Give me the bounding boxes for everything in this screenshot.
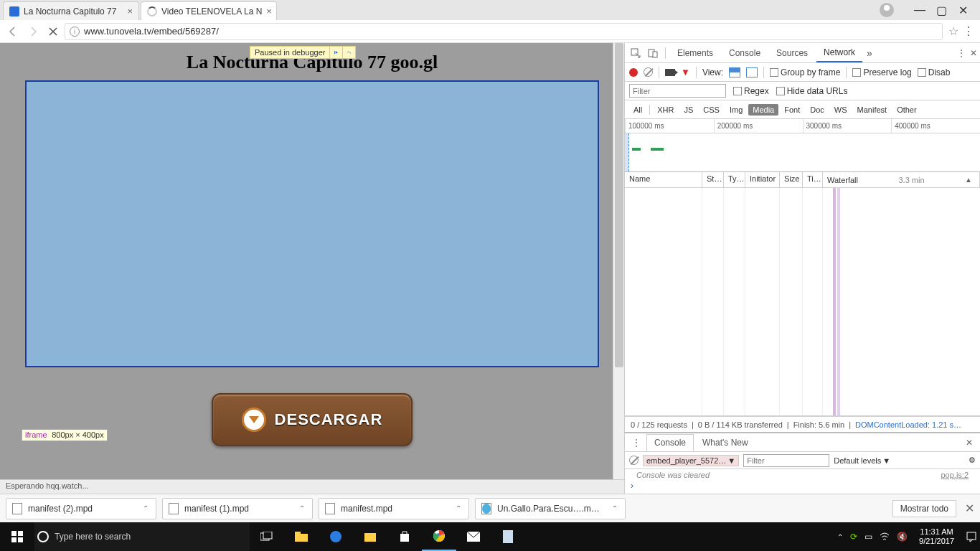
message-source-link[interactable]: pop.js:2 [941, 471, 969, 479]
close-window-button[interactable]: ✕ [958, 6, 967, 14]
tray-volume-icon[interactable]: 🔇 [897, 532, 908, 542]
col-status[interactable]: St… [702, 172, 724, 187]
chevron-up-icon[interactable]: ⌃ [299, 504, 305, 512]
col-name[interactable]: Name [625, 172, 702, 187]
page-scrollbar[interactable] [613, 43, 624, 494]
tray-chevron-icon[interactable]: ⌃ [837, 533, 843, 541]
drawer-tab-console[interactable]: Console [646, 434, 694, 451]
tab-elements[interactable]: Elements [670, 43, 720, 62]
drawer-close-icon[interactable]: ✕ [961, 438, 977, 448]
col-time[interactable]: Ti… [803, 172, 823, 187]
user-avatar[interactable] [880, 3, 894, 17]
clear-button[interactable] [644, 67, 653, 77]
regex-checkbox[interactable]: Regex [733, 86, 769, 96]
filter-manifest[interactable]: Manifest [853, 104, 892, 116]
overview-icon[interactable] [746, 67, 758, 77]
download-button[interactable]: DESCARGAR [212, 393, 413, 446]
devtools-close-icon[interactable]: ✕ [970, 48, 977, 58]
chrome-menu-button[interactable]: ⋮ [961, 24, 976, 38]
timeline-overview[interactable] [625, 133, 980, 172]
chevron-up-icon[interactable]: ⌃ [456, 504, 461, 512]
close-downloads-bar-icon[interactable]: ✕ [965, 501, 974, 515]
close-tab-icon[interactable]: × [127, 6, 133, 17]
taskbar-clock[interactable]: 11:31 AM 9/21/2017 [915, 527, 958, 546]
col-type[interactable]: Ty… [724, 172, 745, 187]
disable-cache-checkbox[interactable]: Disab [918, 67, 951, 77]
browser-tab[interactable]: Video TELENOVELA La N × [141, 1, 277, 20]
video-iframe[interactable] [25, 80, 599, 367]
minimize-button[interactable]: — [915, 6, 924, 14]
resume-button[interactable] [329, 46, 342, 59]
task-view-button[interactable] [250, 522, 284, 551]
maximize-button[interactable]: ▢ [937, 6, 946, 14]
drawer-menu-icon[interactable]: ⋮ [628, 438, 645, 448]
large-rows-icon[interactable] [729, 67, 740, 77]
notifications-icon[interactable] [966, 531, 977, 542]
taskbar-search[interactable]: Type here to search [34, 522, 250, 551]
filter-img[interactable]: Img [725, 104, 747, 116]
more-tabs-icon[interactable]: » [867, 47, 872, 59]
screenshot-icon[interactable] [665, 69, 675, 76]
col-initiator[interactable]: Initiator [745, 172, 780, 187]
filter-doc[interactable]: Doc [806, 104, 829, 116]
tab-sources[interactable]: Sources [769, 43, 815, 62]
filter-font[interactable]: Font [780, 104, 804, 116]
tray-sync-icon[interactable]: ⟳ [850, 532, 857, 542]
clear-console-icon[interactable] [629, 456, 639, 465]
filter-css[interactable]: CSS [699, 104, 724, 116]
filter-icon[interactable]: ▼ [681, 67, 690, 77]
chevron-up-icon[interactable]: ⌃ [143, 504, 149, 512]
show-all-downloads-button[interactable]: Mostrar todo [892, 500, 956, 517]
filter-js[interactable]: JS [679, 104, 697, 116]
download-item[interactable]: manifest (2).mpd⌃ [6, 498, 156, 519]
console-prompt[interactable]: › [625, 481, 980, 494]
filter-media[interactable]: Media [748, 104, 778, 116]
tab-console[interactable]: Console [722, 43, 768, 62]
filter-other[interactable]: Other [892, 104, 921, 116]
preserve-log-checkbox[interactable]: Preserve log [852, 67, 911, 77]
col-size[interactable]: Size [780, 172, 803, 187]
hide-data-urls-checkbox[interactable]: Hide data URLs [776, 86, 848, 96]
col-waterfall[interactable]: Waterfall 3.3 min ▲ [823, 172, 980, 187]
taskbar-app-notepad[interactable] [491, 522, 525, 551]
bookmark-star-icon[interactable]: ☆ [948, 24, 958, 38]
download-item[interactable]: manifest (1).mpd⌃ [162, 498, 313, 519]
tray-wifi-icon[interactable] [880, 532, 890, 541]
inspect-element-icon[interactable] [628, 45, 644, 61]
taskbar-app-chrome[interactable] [422, 522, 456, 551]
log-levels-selector[interactable]: Default levels ▼ [834, 456, 890, 465]
tray-battery-icon[interactable]: ▭ [864, 532, 872, 542]
devtools-menu-icon[interactable]: ⋮ [957, 48, 966, 58]
browser-tab[interactable]: La Nocturna Capitulo 77 × [3, 1, 139, 20]
timeline-ruler[interactable]: 100000 ms 200000 ms 300000 ms 400000 ms [625, 119, 980, 133]
record-button[interactable] [629, 68, 638, 77]
drawer-tab-whatsnew[interactable]: What's New [695, 435, 755, 451]
taskbar-app-files[interactable] [353, 522, 387, 551]
back-button[interactable] [4, 23, 22, 40]
start-button[interactable] [0, 522, 34, 551]
filter-input[interactable] [629, 84, 726, 98]
network-request-list[interactable] [625, 188, 980, 416]
taskbar-app-store[interactable] [387, 522, 422, 551]
device-toolbar-icon[interactable] [645, 45, 661, 61]
url-input[interactable]: i www.tunovela.tv/embed/569287/ [65, 23, 943, 40]
step-over-button[interactable] [342, 46, 355, 59]
filter-all[interactable]: All [629, 104, 646, 116]
site-info-icon[interactable]: i [70, 27, 80, 37]
chevron-up-icon[interactable]: ⌃ [612, 504, 618, 512]
filter-xhr[interactable]: XHR [653, 104, 678, 116]
forward-button[interactable] [24, 23, 42, 40]
stop-reload-button[interactable] [44, 23, 62, 40]
tab-network[interactable]: Network [816, 43, 862, 62]
console-filter-input[interactable] [743, 454, 829, 467]
context-selector[interactable]: embed_player_5572…▼ [643, 455, 739, 466]
taskbar-app-explorer[interactable] [284, 522, 319, 551]
close-tab-icon[interactable]: × [266, 6, 272, 17]
filter-ws[interactable]: WS [830, 104, 852, 116]
console-settings-icon[interactable]: ⚙ [969, 456, 976, 465]
taskbar-app-edge[interactable] [319, 522, 353, 551]
download-item[interactable]: Un.Gallo.Para.Escu….m…⌃ [475, 498, 626, 519]
taskbar-app-mail[interactable] [456, 522, 491, 551]
group-by-frame-checkbox[interactable]: Group by frame [770, 67, 840, 77]
download-item[interactable]: manifest.mpd⌃ [319, 498, 469, 519]
